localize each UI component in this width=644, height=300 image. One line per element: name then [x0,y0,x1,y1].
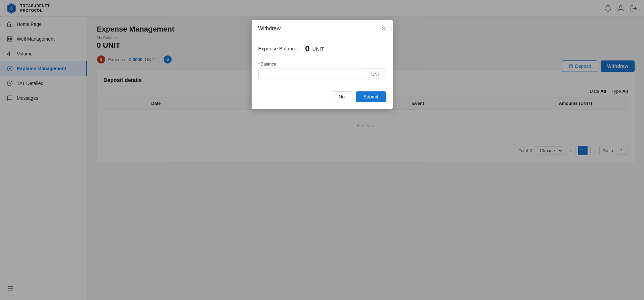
modal-close-button[interactable]: ✕ [381,26,386,32]
modal-footer: No Submit [252,87,393,109]
balance-label-text: Balance [261,61,276,67]
unit-addon: UNIT [367,69,385,80]
balance-input-wrapper: UNIT [258,69,386,80]
modal-body: Expense Balance： 0 UNIT * Balance UNIT [252,36,393,87]
modal-title: Withdraw [258,26,281,32]
withdraw-modal: Withdraw ✕ Expense Balance： 0 UNIT * Bal… [252,20,393,109]
required-asterisk: * [258,61,260,67]
modal-overlay: Withdraw ✕ Expense Balance： 0 UNIT * Bal… [0,0,644,300]
expense-balance-unit: UNIT [312,46,324,52]
expense-balance-row: Expense Balance： 0 UNIT [258,44,386,53]
expense-balance-label: Expense Balance： [258,46,303,52]
balance-input[interactable] [259,69,367,80]
modal-header: Withdraw ✕ [252,20,393,36]
submit-button[interactable]: Submit [356,91,386,102]
expense-balance-amount: 0 [305,44,309,53]
no-button[interactable]: No [331,91,352,102]
balance-field-label: * Balance [258,61,386,67]
